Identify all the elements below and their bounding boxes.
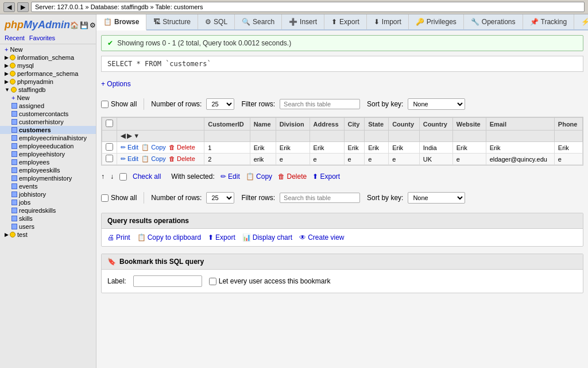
bulk-edit-link[interactable]: ✏ Edit [220, 172, 240, 181]
bookmark-public-checkbox[interactable] [209, 278, 216, 285]
show-all-label[interactable]: Show all [101, 100, 137, 108]
sidebar-item-events[interactable]: events [0, 182, 96, 190]
row-checkbox-0[interactable] [106, 143, 113, 151]
tab-browse[interactable]: 📋Browse [96, 14, 146, 30]
sidebar-item-jobs[interactable]: jobs [0, 198, 96, 206]
num-rows-select[interactable]: 2550100 [206, 98, 234, 110]
sidebar-item-customers[interactable]: customers [0, 126, 96, 134]
sidebar-item-new[interactable]: +New [0, 45, 96, 53]
col-phone[interactable]: Phone [554, 118, 582, 131]
tab-search[interactable]: 🔍Search [235, 14, 282, 29]
sidebar-item-employmenthistory[interactable]: employmenthistory [0, 174, 96, 182]
sidebar-item-information_schema[interactable]: ▶information_schema [0, 53, 96, 62]
tab-privileges[interactable]: 🔑Privileges [409, 14, 464, 29]
sidebar-item-employeeskills[interactable]: employeeskills [0, 166, 96, 174]
display-chart-link[interactable]: 📊 Display chart [242, 233, 292, 241]
sql-display: SELECT * FROM `customers` [101, 56, 583, 72]
sidebar-item-performance_schema[interactable]: ▶performance_schema [0, 70, 96, 78]
col-address[interactable]: Address [310, 118, 344, 131]
copy-link-0[interactable]: 📋 Copy [141, 144, 166, 151]
table-body: ✏ Edit 📋 Copy 🗑 Delete 1 Erik Erik Erik … [102, 142, 583, 165]
sidebar-item-new[interactable]: +New [0, 94, 96, 102]
sidebar-item-customercontacts[interactable]: customercontacts [0, 110, 96, 118]
sidebar-item-customerhistory[interactable]: customerhistory [0, 118, 96, 126]
delete-link-0[interactable]: 🗑 Delete [169, 144, 195, 151]
sidebar-item-requiredskills[interactable]: requiredskills [0, 206, 96, 214]
bookmark-public-label[interactable]: Let every user access this bookmark [209, 277, 331, 285]
options-toggle[interactable]: + Options [101, 80, 131, 88]
tab-insert[interactable]: ➕Insert [282, 14, 324, 29]
tab-triggers[interactable]: ⚡Triggers [574, 14, 588, 29]
sort-down-icon[interactable]: ▶ [127, 132, 131, 139]
edit-link-0[interactable]: ✏ Edit [121, 144, 138, 151]
sidebar-item-employeehistory[interactable]: employeehistory [0, 150, 96, 158]
filter-input-bottom[interactable] [280, 193, 360, 203]
tab-sql[interactable]: ⚙SQL [198, 14, 235, 29]
col-country[interactable]: Country [419, 118, 452, 131]
check-all-checkbox[interactable] [119, 173, 127, 181]
create-view-link[interactable]: 👁 Create view [299, 233, 344, 241]
tab-export[interactable]: ⬆Export [324, 14, 367, 29]
sidebar-item-label: phpmyadmin [17, 78, 53, 85]
back-button[interactable]: ◀ [3, 2, 15, 12]
col-county[interactable]: County [389, 118, 420, 131]
home-icon[interactable]: 🏠 [70, 21, 79, 29]
print-link[interactable]: 🖨 Print [107, 233, 130, 241]
col-name[interactable]: Name [250, 118, 276, 131]
data-table: CustomerID Name Division Address City St… [102, 117, 583, 165]
copy-link-1[interactable]: 📋 Copy [141, 155, 166, 163]
bookmark-label-input[interactable] [133, 275, 202, 287]
filter-input[interactable] [280, 99, 360, 109]
select-all-checkbox[interactable] [106, 120, 113, 127]
tab-sql-label: SQL [214, 18, 227, 26]
data-table-wrap: CustomerID Name Division Address City St… [101, 117, 583, 166]
check-all-link[interactable]: Check all [133, 172, 161, 181]
sidebar-item-test[interactable]: ▶test [0, 231, 96, 239]
server-icon[interactable]: 💾 [80, 21, 88, 29]
sidebar-item-employeeeducation[interactable]: employeeeducation [0, 142, 96, 150]
tab-tracking[interactable]: 📌Tracking [523, 14, 575, 29]
sidebar-item-mysql[interactable]: ▶mysql [0, 62, 96, 70]
bottom-sort-down[interactable]: ↓ [110, 172, 114, 181]
sidebar-item-skills[interactable]: skills [0, 214, 96, 223]
col-customerid[interactable]: CustomerID [204, 118, 250, 131]
sidebar-item-phpmyadmin[interactable]: ▶phpmyadmin [0, 78, 96, 86]
copy-clipboard-link[interactable]: 📋 Copy to clipboard [137, 233, 201, 241]
sidebar-item-employees[interactable]: employees [0, 158, 96, 166]
col-city[interactable]: City [344, 118, 365, 131]
bulk-copy-link[interactable]: 📋 Copy [246, 172, 272, 181]
sort-up-icon[interactable]: ◀ [121, 132, 125, 139]
forward-button[interactable]: ▶ [17, 2, 29, 12]
favorites-link[interactable]: Favorites [29, 34, 55, 41]
show-all-bottom[interactable]: Show all [101, 194, 137, 202]
bulk-delete-link[interactable]: 🗑 Delete [278, 172, 307, 181]
sidebar-item-users[interactable]: users [0, 223, 96, 231]
cell-email-0: Erik [486, 142, 554, 154]
col-state[interactable]: State [365, 118, 389, 131]
col-email[interactable]: Email [486, 118, 554, 131]
edit-link-1[interactable]: ✏ Edit [121, 155, 138, 163]
sort-select[interactable]: None [408, 98, 465, 110]
num-rows-bottom: Number of rows: 2550100 [151, 192, 234, 204]
sort-select-bottom[interactable]: None [408, 192, 465, 204]
tab-import[interactable]: ⬇Import [367, 14, 409, 29]
col-division[interactable]: Division [276, 118, 310, 131]
settings-icon[interactable]: ⚙ [90, 21, 96, 29]
tab-structure[interactable]: 🏗Structure [146, 14, 198, 29]
num-rows-select-bottom[interactable]: 2550100 [206, 192, 234, 204]
tab-operations[interactable]: 🔧Operations [464, 14, 523, 29]
col-website[interactable]: Website [452, 118, 486, 131]
show-all-checkbox[interactable] [101, 101, 109, 108]
sort-filter-icon[interactable]: ▼ [133, 132, 140, 139]
sidebar-item-employeecriminalhistory[interactable]: employeecriminalhistory [0, 134, 96, 142]
row-checkbox-1[interactable] [106, 155, 113, 162]
delete-link-1[interactable]: 🗑 Delete [169, 155, 195, 162]
bulk-export-link[interactable]: ⬆ Export [312, 172, 340, 181]
export-qr-link[interactable]: ⬆ Export [208, 233, 235, 241]
bottom-sort-up[interactable]: ↑ [101, 172, 105, 181]
show-all-checkbox-bottom[interactable] [101, 194, 109, 202]
sidebar-item-jobhistory[interactable]: jobhistory [0, 190, 96, 198]
sidebar-item-staffingdb[interactable]: ▼staffingdb [0, 86, 96, 94]
recent-link[interactable]: Recent [5, 34, 25, 41]
sidebar-item-assigned[interactable]: assigned [0, 102, 96, 110]
